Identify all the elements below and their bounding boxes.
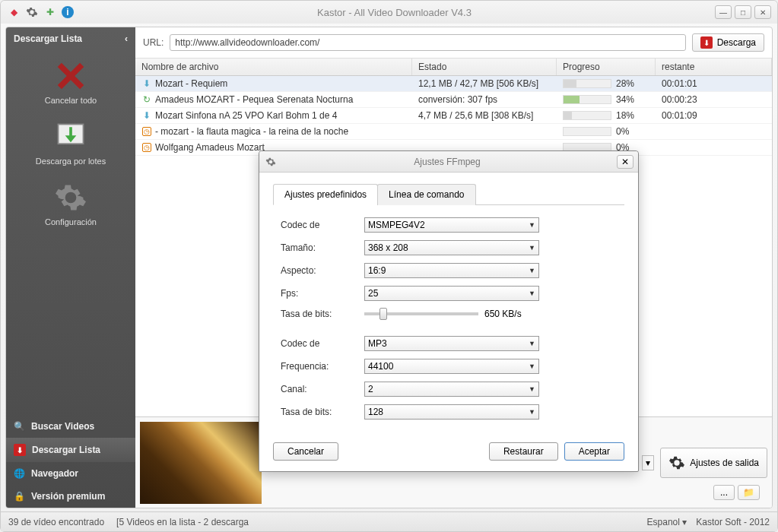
ffmpeg-settings-dialog: Ajustes FFmpeg ✕ Ajustes predefinidos Lí… [259, 150, 639, 472]
file-name: Mozart - Requiem [155, 78, 227, 89]
table-row[interactable]: ⬇Mozart Sinfona nA 25 VPO Karl Bohm 1 de… [135, 108, 772, 124]
gear-icon [668, 454, 685, 471]
info-icon[interactable]: i [62, 6, 74, 18]
nav-premium[interactable]: 🔒Versión premium [6, 485, 135, 508]
progress-text: 18% [616, 110, 634, 121]
collapse-icon[interactable]: ‹ [125, 33, 128, 44]
bitrate-value: 650 KB/s [484, 309, 522, 319]
audio-bitrate-label: Tasa de bits: [281, 407, 357, 417]
brand-text: Kastor Soft - 2012 [696, 517, 770, 527]
fps-label: Fps: [281, 288, 357, 299]
size-select[interactable]: 368 x 208▼ [364, 240, 539, 255]
audio-bitrate-select[interactable]: 128▼ [364, 404, 539, 420]
progress-bar [563, 111, 611, 120]
statusbar: 39 de vídeo encontrado [5 Videos en la l… [1, 511, 777, 531]
tab-presets[interactable]: Ajustes predefinidos [273, 184, 378, 205]
table-row[interactable]: ↻Amadeus MOZART - Pequea Serenata Noctur… [135, 92, 772, 108]
estado-cell [412, 129, 557, 134]
progress-bar [563, 127, 611, 136]
file-name: Mozart Sinfona nA 25 VPO Karl Bohm 1 de … [155, 110, 337, 121]
cancel-all-button[interactable]: Cancelar todo [40, 55, 102, 109]
status-icon: ◷ [141, 142, 152, 153]
file-name: Amadeus MOZART - Pequea Serenata Nocturn… [155, 94, 353, 105]
estado-cell: conversión: 307 fps [412, 92, 557, 107]
tab-commandline[interactable]: Línea de comando [377, 184, 475, 205]
url-bar: URL: ⬇ Descarga [135, 27, 772, 59]
progress-text: 28% [616, 78, 634, 89]
nav-download-list[interactable]: ⬇Descargar Lista [6, 438, 135, 462]
table-header: Nombre de archivo Estado Progreso restan… [135, 59, 772, 76]
nav-browser[interactable]: 🌐Navegador [6, 462, 135, 485]
status-icon: ⬇ [141, 78, 152, 89]
dropdown-small-icon[interactable]: ▾ [642, 455, 654, 470]
video-codec-label: Codec de [281, 220, 357, 230]
file-name: Wolfgang Amadeus Mozart [155, 142, 265, 153]
batch-icon [54, 120, 87, 154]
restante-cell [656, 145, 772, 150]
status-list: [5 Videos en la lista - 2 descarga [116, 517, 249, 527]
th-progreso[interactable]: Progreso [557, 59, 656, 75]
audio-codec-label: Codec de [281, 338, 357, 349]
status-icon: ↻ [141, 94, 152, 105]
puzzle-icon[interactable]: ✚ [43, 5, 57, 19]
restante-cell: 00:01:09 [656, 108, 772, 123]
dialog-close-button[interactable]: ✕ [617, 155, 634, 169]
size-label: Tamaño: [281, 242, 357, 253]
sidebar: Descargar Lista‹ Cancelar todo Descarga … [6, 27, 135, 508]
language-selector[interactable]: Espanol ▾ [647, 517, 687, 527]
restore-button[interactable]: Restaurar [489, 442, 558, 461]
channel-label: Canal: [281, 384, 357, 394]
flame-icon: ◆ [7, 5, 21, 19]
dialog-title: Ajustes FFmpeg [278, 157, 617, 167]
bitrate-slider[interactable] [364, 312, 478, 315]
channel-select[interactable]: 2▼ [364, 382, 539, 397]
table-row[interactable]: ◷- mozart - la flauta magica - la reina … [135, 124, 772, 140]
th-name[interactable]: Nombre de archivo [135, 59, 412, 75]
nav-search-videos[interactable]: 🔍Buscar Videos [6, 415, 135, 438]
restante-cell: 00:01:01 [656, 76, 772, 91]
search-icon: 🔍 [14, 421, 25, 432]
titlebar: ◆ ✚ i Kastor - All Video Downloader V4.3… [1, 1, 777, 24]
more-button[interactable]: ... [713, 485, 735, 500]
x-icon [54, 59, 87, 93]
status-found: 39 de vídeo encontrado [8, 517, 104, 527]
progress-text: 34% [616, 94, 634, 105]
preview-thumbnail[interactable] [140, 422, 262, 504]
estado-cell [412, 145, 557, 150]
config-button[interactable]: Configuración [40, 176, 101, 231]
batch-download-button[interactable]: Descarga por lotes [31, 116, 110, 170]
audio-codec-select[interactable]: MP3▼ [364, 336, 539, 351]
estado-cell: 4,7 MB / 25,6 MB [308 KB/s] [412, 108, 557, 123]
download-button[interactable]: ⬇ Descarga [692, 33, 764, 52]
progress-text: 0% [616, 126, 629, 137]
th-estado[interactable]: Estado [412, 59, 557, 75]
url-label: URL: [143, 37, 164, 48]
close-button[interactable]: ✕ [754, 5, 771, 19]
th-restante[interactable]: restante [656, 59, 772, 75]
table-row[interactable]: ⬇Mozart - Requiem12,1 MB / 42,7 MB [506 … [135, 76, 772, 92]
url-input[interactable] [170, 34, 685, 51]
progress-bar [563, 95, 611, 104]
globe-icon: 🌐 [14, 468, 25, 479]
aspect-select[interactable]: 16:9▼ [364, 263, 539, 278]
restante-cell: 00:00:23 [656, 92, 772, 107]
folder-button[interactable]: 📁 [738, 485, 760, 500]
table-body: ⬇Mozart - Requiem12,1 MB / 42,7 MB [506 … [135, 76, 772, 156]
accept-button[interactable]: Aceptar [564, 442, 624, 461]
download-red-icon: ⬇ [700, 36, 713, 49]
output-settings-button[interactable]: Ajustes de salida [660, 448, 767, 478]
cancel-button[interactable]: Cancelar [273, 442, 338, 461]
aspect-label: Aspecto: [281, 265, 357, 276]
freq-select[interactable]: 44100▼ [364, 359, 539, 374]
video-codec-select[interactable]: MSMPEG4V2▼ [364, 217, 539, 233]
estado-cell: 12,1 MB / 42,7 MB [506 KB/s] [412, 76, 557, 91]
minimize-button[interactable]: — [715, 5, 732, 19]
restante-cell [656, 129, 772, 134]
gear-icon [264, 155, 278, 169]
progress-bar [563, 79, 611, 88]
video-bitrate-label: Tasa de bits: [281, 309, 357, 319]
maximize-button[interactable]: □ [735, 5, 751, 19]
lock-icon: 🔒 [14, 491, 25, 502]
gear-icon[interactable] [25, 5, 39, 19]
fps-select[interactable]: 25▼ [364, 286, 539, 301]
